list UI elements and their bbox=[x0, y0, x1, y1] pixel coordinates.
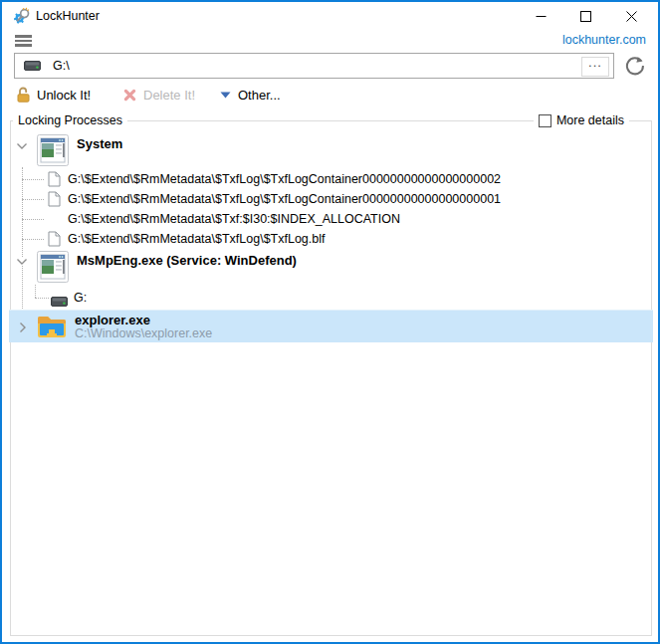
chevron-down-icon[interactable] bbox=[16, 142, 28, 150]
locked-file-path[interactable]: G:\$Extend\$RmMetadata\$TxfLog\$TxfLogCo… bbox=[68, 189, 501, 209]
minimize-icon bbox=[536, 11, 547, 22]
maximize-icon bbox=[580, 11, 591, 22]
browse-button[interactable]: ... bbox=[581, 57, 609, 77]
process-path: C:\Windows\explorer.exe bbox=[75, 326, 212, 340]
explorer-folder-icon bbox=[37, 314, 67, 342]
drive-icon bbox=[24, 57, 41, 75]
delete-button: Delete It! bbox=[123, 85, 195, 105]
locked-file-path[interactable]: G:\$Extend\$RmMetadata\$Txf:$I30:$INDEX_… bbox=[68, 209, 400, 229]
process-window-icon bbox=[37, 134, 69, 170]
close-button[interactable] bbox=[614, 2, 648, 30]
drive-icon bbox=[51, 293, 68, 311]
delete-x-icon bbox=[123, 89, 136, 102]
process-name[interactable]: MsMpEng.exe (Service: WinDefend) bbox=[77, 253, 297, 268]
file-icon bbox=[48, 191, 61, 211]
tree-connector-line bbox=[22, 239, 44, 240]
path-input[interactable] bbox=[51, 58, 613, 74]
process-name[interactable]: System bbox=[77, 136, 122, 151]
tree-connector-line bbox=[22, 219, 44, 220]
unlock-button[interactable]: Unlock It! bbox=[17, 85, 91, 105]
process-tree: System G:\$Extend\$RmMetadata\$TxfLog\$T… bbox=[11, 121, 651, 635]
dropdown-arrow-icon bbox=[220, 92, 231, 99]
refresh-icon bbox=[625, 56, 645, 76]
window-title: LockHunter bbox=[36, 9, 100, 23]
process-name[interactable]: explorer.exe bbox=[75, 313, 150, 327]
refresh-button[interactable] bbox=[623, 54, 647, 78]
path-bar[interactable]: ... bbox=[14, 53, 614, 79]
file-icon bbox=[48, 171, 61, 191]
unlock-padlock-icon bbox=[17, 87, 31, 103]
file-icon bbox=[48, 231, 61, 251]
menu-icon[interactable] bbox=[15, 35, 32, 47]
maximize-button[interactable] bbox=[568, 2, 602, 30]
selected-process-row[interactable]: explorer.exe C:\Windows\explorer.exe bbox=[9, 310, 653, 342]
process-window-icon bbox=[37, 251, 69, 287]
minimize-button[interactable] bbox=[524, 2, 557, 30]
title-bar: LockHunter bbox=[2, 2, 658, 30]
locking-processes-group: Locking Processes More details bbox=[10, 120, 652, 636]
tree-connector-line bbox=[22, 199, 44, 200]
app-logo-icon bbox=[14, 7, 31, 24]
delete-button-label: Delete It! bbox=[143, 88, 195, 103]
tree-connector-line bbox=[22, 179, 44, 180]
locked-file-path[interactable]: G:\$Extend\$RmMetadata\$TxfLog\$TxfLog.b… bbox=[68, 229, 325, 249]
close-icon bbox=[626, 11, 637, 22]
locked-file-path[interactable]: G: bbox=[74, 288, 87, 308]
unlock-button-label: Unlock It! bbox=[37, 88, 91, 103]
other-button[interactable]: Other... bbox=[220, 85, 281, 105]
other-button-label: Other... bbox=[238, 88, 281, 103]
chevron-right-icon[interactable] bbox=[19, 320, 27, 337]
locked-file-path[interactable]: G:\$Extend\$RmMetadata\$TxfLog\$TxfLogCo… bbox=[68, 169, 501, 189]
tree-connector-line bbox=[35, 285, 36, 298]
tree-connector-line bbox=[35, 298, 49, 299]
chevron-down-icon[interactable] bbox=[16, 258, 28, 266]
lockhunter-site-link[interactable]: lockhunter.com bbox=[562, 33, 646, 47]
lockhunter-window: LockHunter lockhunter.com ... bbox=[0, 0, 660, 644]
